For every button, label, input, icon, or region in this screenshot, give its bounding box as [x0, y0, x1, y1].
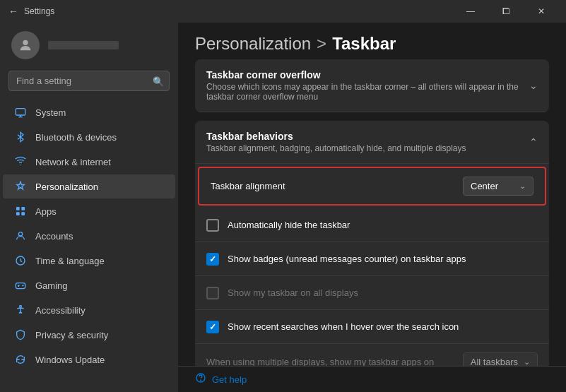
sidebar-item-privacy[interactable]: Privacy & security [3, 323, 175, 347]
section-behaviors-header[interactable]: Taskbar behaviors Taskbar alignment, bad… [195, 121, 549, 164]
system-icon [14, 106, 27, 119]
apps-icon [14, 205, 27, 218]
content-area: Personalization > Taskbar Taskbar corner… [178, 23, 566, 392]
title-bar: ← Settings — ⧠ ✕ [0, 0, 566, 23]
user-profile[interactable] [0, 23, 178, 68]
get-help-link[interactable]: Get help [195, 372, 549, 386]
section-behaviors-subtitle: Taskbar alignment, badging, automaticall… [206, 143, 466, 153]
sidebar-item-gaming[interactable]: Gaming [3, 273, 175, 297]
svg-point-11 [20, 305, 22, 307]
sidebar-item-personalization[interactable]: Personalization [3, 174, 175, 198]
multiple-display-dropdown-value: All taskbars [471, 357, 518, 366]
recent-searches-checkbox[interactable] [206, 321, 219, 333]
section-corner-overflow: Taskbar corner overflow Choose which ico… [195, 59, 549, 112]
sidebar-item-accounts-label: Accounts [35, 231, 73, 242]
section-header-content: Taskbar corner overflow Choose which ico… [206, 69, 529, 102]
section-behaviors-toggle-icon: ⌃ [529, 136, 538, 148]
all-displays-checkbox[interactable] [206, 287, 219, 299]
setting-all-displays: Show my taskbar on all displays [195, 276, 549, 310]
svg-point-13 [201, 380, 201, 381]
svg-point-8 [18, 232, 22, 236]
sidebar-item-time-label: Time & language [35, 256, 105, 266]
multiple-display-chevron-icon: ⌄ [524, 357, 530, 366]
content-body: Taskbar corner overflow Choose which ico… [178, 59, 566, 366]
breadcrumb-parent: Personalization [195, 34, 311, 54]
section-corner-overflow-toggle-icon: ⌄ [529, 80, 538, 91]
svg-rect-1 [16, 109, 25, 115]
page-title: Taskbar [332, 34, 396, 54]
accounts-icon [14, 230, 27, 242]
maximize-button[interactable]: ⧠ [490, 0, 522, 23]
setting-multiple-display-label: When using multiple displays, show my ta… [206, 357, 434, 366]
setting-badges-left: Show badges (unread messages counter) on… [206, 253, 538, 266]
alignment-dropdown[interactable]: Center ⌄ [463, 177, 533, 196]
window-controls: — ⧠ ✕ [454, 0, 558, 23]
badges-checkbox[interactable] [206, 253, 219, 266]
sidebar-item-windows-update-label: Windows Update [35, 355, 105, 365]
content-header: Personalization > Taskbar [178, 23, 566, 59]
dropdown-chevron-icon: ⌄ [519, 182, 526, 191]
sidebar-nav: System Bluetooth & devices Network & int… [0, 97, 178, 392]
setting-auto-hide-label: Automatically hide the taskbar [228, 220, 350, 230]
sidebar-item-accounts[interactable]: Accounts [3, 224, 175, 248]
sidebar-item-accessibility-label: Accessibility [35, 305, 86, 316]
user-name-placeholder [48, 41, 119, 49]
back-button[interactable]: ← [8, 6, 18, 17]
setting-multiple-display: When using multiple displays, show my ta… [195, 344, 549, 366]
close-button[interactable]: ✕ [525, 0, 558, 23]
sidebar-item-windows-update[interactable]: Windows Update [3, 348, 175, 372]
setting-recent-searches-left: Show recent searches when I hover over t… [206, 321, 538, 333]
section-corner-overflow-title: Taskbar corner overflow [206, 69, 529, 81]
minimize-button[interactable]: — [454, 0, 487, 23]
sidebar-item-system[interactable]: System [3, 100, 175, 124]
page-breadcrumb: Personalization > Taskbar [195, 34, 549, 54]
svg-point-0 [23, 40, 28, 45]
auto-hide-checkbox[interactable] [206, 219, 219, 232]
multiple-display-dropdown[interactable]: All taskbars ⌄ [463, 352, 538, 366]
setting-badges-label: Show badges (unread messages counter) on… [228, 254, 466, 264]
setting-alignment: Taskbar alignment Center ⌄ [198, 167, 546, 206]
setting-auto-hide: Automatically hide the taskbar [195, 208, 549, 242]
setting-alignment-label: Taskbar alignment [211, 181, 285, 191]
alignment-dropdown-value: Center [471, 181, 498, 191]
sidebar-item-apps-label: Apps [35, 206, 57, 217]
sidebar-item-privacy-label: Privacy & security [35, 330, 108, 340]
main-layout: 🔍 System Bluetooth & devices Network & i… [0, 23, 566, 392]
svg-rect-6 [16, 212, 20, 215]
sidebar-item-bluetooth[interactable]: Bluetooth & devices [3, 125, 175, 149]
svg-rect-7 [21, 212, 25, 215]
time-icon [14, 254, 27, 267]
setting-recent-searches: Show recent searches when I hover over t… [195, 310, 549, 344]
search-icon: 🔍 [153, 76, 164, 86]
svg-rect-4 [16, 207, 20, 210]
search-input[interactable] [8, 71, 170, 91]
avatar [11, 31, 40, 59]
sidebar-item-network-label: Network & internet [35, 157, 111, 167]
sidebar-item-time[interactable]: Time & language [3, 249, 175, 273]
sidebar-item-apps[interactable]: Apps [3, 199, 175, 223]
content-footer: Get help [178, 366, 566, 392]
section-behaviors: Taskbar behaviors Taskbar alignment, bad… [195, 121, 549, 366]
sidebar: 🔍 System Bluetooth & devices Network & i… [0, 23, 178, 392]
section-behaviors-header-content: Taskbar behaviors Taskbar alignment, bad… [206, 131, 466, 153]
setting-auto-hide-left: Automatically hide the taskbar [206, 219, 538, 232]
sidebar-item-system-label: System [35, 107, 66, 118]
sidebar-item-accessibility[interactable]: Accessibility [3, 298, 175, 322]
privacy-icon [14, 328, 27, 341]
section-corner-overflow-header[interactable]: Taskbar corner overflow Choose which ico… [195, 59, 549, 112]
network-icon [14, 155, 27, 168]
svg-rect-5 [21, 207, 25, 210]
setting-badges: Show badges (unread messages counter) on… [195, 242, 549, 276]
sidebar-item-network[interactable]: Network & internet [3, 150, 175, 174]
sidebar-item-personalization-label: Personalization [35, 182, 98, 192]
app-title: Settings [24, 6, 54, 16]
personalization-icon [14, 180, 27, 193]
setting-alignment-left: Taskbar alignment [211, 181, 463, 191]
setting-all-displays-left: Show my taskbar on all displays [206, 287, 538, 299]
windows-update-icon [14, 353, 27, 366]
sidebar-item-gaming-label: Gaming [35, 280, 68, 291]
setting-multiple-display-left: When using multiple displays, show my ta… [206, 357, 463, 366]
title-bar-left: ← Settings [8, 6, 54, 17]
bluetooth-icon [14, 131, 27, 143]
breadcrumb-separator: > [317, 34, 326, 54]
